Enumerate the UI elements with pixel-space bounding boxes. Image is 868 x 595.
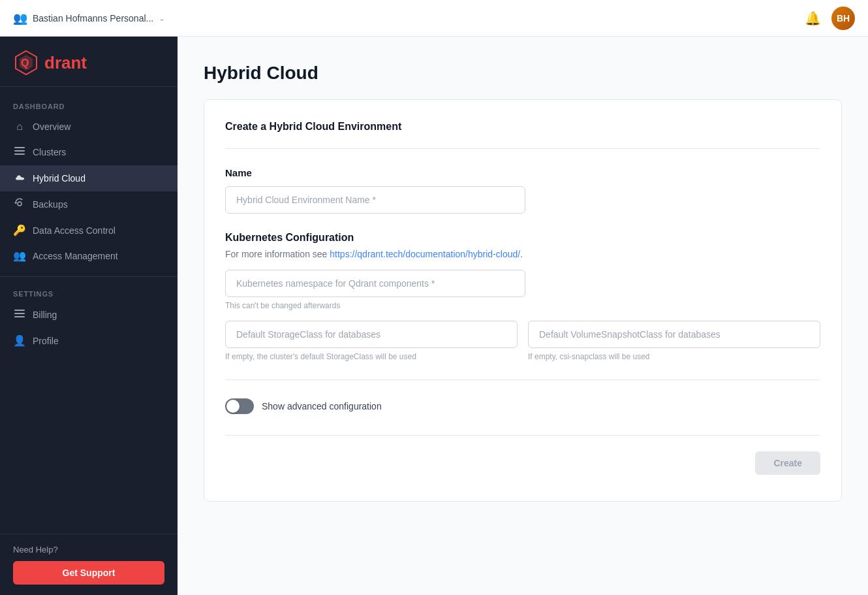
- toggle-track: [225, 398, 254, 414]
- sidebar-item-label-backups: Backups: [33, 199, 68, 210]
- volume-snapshot-group: If empty, csi-snapclass will be used: [528, 321, 820, 361]
- sidebar-item-profile[interactable]: 👤 Profile: [0, 328, 178, 353]
- org-name: Bastian Hofmanns Personal...: [33, 13, 153, 24]
- sidebar-item-hybrid-cloud[interactable]: Hybrid Cloud: [0, 165, 178, 191]
- org-icon: 👥: [13, 11, 27, 25]
- volume-snapshot-hint: If empty, csi-snapclass will be used: [528, 352, 820, 361]
- create-button[interactable]: Create: [755, 451, 820, 475]
- sidebar-item-overview[interactable]: ⌂ Overview: [0, 114, 178, 139]
- namespace-input[interactable]: [225, 270, 525, 297]
- storage-class-input[interactable]: [225, 321, 518, 348]
- users-icon: 👥: [13, 249, 26, 262]
- k8s-info-text: For more information see https://qdrant.…: [225, 249, 820, 259]
- svg-point-6: [18, 202, 22, 206]
- storage-class-group: If empty, the cluster's default StorageC…: [225, 321, 518, 361]
- storage-class-hint: If empty, the cluster's default StorageC…: [225, 352, 518, 361]
- sidebar-item-clusters[interactable]: Clusters: [0, 139, 178, 165]
- advanced-config-divider: [225, 379, 820, 380]
- sidebar-item-label-billing: Billing: [33, 310, 57, 320]
- need-help-text: Need Help?: [13, 545, 164, 555]
- billing-icon: [13, 308, 26, 321]
- sidebar-item-billing[interactable]: Billing: [0, 302, 178, 328]
- k8s-docs-link[interactable]: https://qdrant.tech/documentation/hybrid…: [330, 249, 520, 259]
- topbar-right: 🔔 BH: [805, 7, 855, 30]
- namespace-input-group: This can't be changed afterwards: [225, 270, 820, 310]
- name-form-group: Name: [225, 167, 820, 214]
- chevron-down-icon: ⌄: [159, 14, 165, 23]
- sidebar-item-access-management[interactable]: 👥 Access Management: [0, 243, 178, 268]
- advanced-config-toggle-row: Show advanced configuration: [225, 398, 820, 414]
- sidebar-nav: DASHBOARD ⌂ Overview Clusters: [0, 87, 178, 534]
- profile-icon: 👤: [13, 334, 26, 347]
- sidebar-item-label-hybrid-cloud: Hybrid Cloud: [33, 173, 85, 184]
- svg-rect-9: [14, 316, 25, 317]
- sidebar-section-label-dashboard: DASHBOARD: [0, 97, 178, 114]
- key-icon: 🔑: [13, 224, 26, 236]
- sidebar-item-label-profile: Profile: [33, 336, 59, 346]
- name-input[interactable]: [225, 186, 525, 214]
- app-body: Q drant DASHBOARD ⌂ Overview: [0, 37, 868, 595]
- sidebar-item-label-overview: Overview: [33, 121, 70, 132]
- card-section-title: Create a Hybrid Cloud Environment: [225, 121, 820, 149]
- toggle-label: Show advanced configuration: [262, 401, 382, 411]
- svg-rect-3: [14, 147, 25, 148]
- name-label: Name: [225, 167, 820, 178]
- main-content: Hybrid Cloud Create a Hybrid Cloud Envir…: [178, 37, 868, 595]
- storage-inputs-row: If empty, the cluster's default StorageC…: [225, 321, 820, 361]
- k8s-info-suffix: .: [520, 249, 523, 259]
- sidebar-section-settings: SETTINGS Billing 👤 Profile: [0, 285, 178, 353]
- cloud-icon: [13, 172, 26, 185]
- backups-icon: [13, 198, 26, 211]
- advanced-config-toggle[interactable]: [225, 398, 254, 414]
- clusters-icon: [13, 146, 26, 159]
- sidebar-bottom: Need Help? Get Support: [0, 534, 178, 595]
- sidebar-item-backups[interactable]: Backups: [0, 191, 178, 217]
- home-icon: ⌂: [13, 121, 26, 133]
- card-actions: Create: [225, 435, 820, 475]
- namespace-hint: This can't be changed afterwards: [225, 301, 820, 310]
- sidebar-section-dashboard: DASHBOARD ⌂ Overview Clusters: [0, 97, 178, 268]
- get-support-button[interactable]: Get Support: [13, 561, 164, 585]
- svg-text:Q: Q: [21, 57, 29, 69]
- bell-icon[interactable]: 🔔: [805, 10, 821, 26]
- svg-rect-5: [14, 153, 25, 155]
- brand-logo-icon: Q: [13, 50, 39, 76]
- sidebar-logo: Q drant: [0, 37, 178, 87]
- svg-rect-4: [14, 150, 25, 152]
- org-selector[interactable]: 👥 Bastian Hofmanns Personal... ⌄: [13, 11, 165, 25]
- k8s-section-title: Kubernetes Configuration: [225, 232, 820, 244]
- k8s-info-prefix: For more information see: [225, 249, 330, 259]
- page-title: Hybrid Cloud: [204, 63, 842, 84]
- sidebar-item-data-access-control[interactable]: 🔑 Data Access Control: [0, 217, 178, 243]
- toggle-thumb: [226, 400, 240, 413]
- sidebar: Q drant DASHBOARD ⌂ Overview: [0, 37, 178, 595]
- sidebar-divider: [0, 276, 178, 277]
- sidebar-item-label-clusters: Clusters: [33, 147, 66, 157]
- avatar[interactable]: BH: [831, 7, 855, 30]
- svg-rect-7: [14, 310, 25, 311]
- sidebar-section-label-settings: SETTINGS: [0, 285, 178, 302]
- sidebar-item-label-data-access-control: Data Access Control: [33, 225, 116, 236]
- brand-name: drant: [44, 53, 87, 73]
- volume-snapshot-input[interactable]: [528, 321, 820, 348]
- k8s-form-group: Kubernetes Configuration For more inform…: [225, 232, 820, 361]
- topbar: 👥 Bastian Hofmanns Personal... ⌄ 🔔 BH: [0, 0, 868, 37]
- svg-rect-8: [14, 313, 25, 314]
- create-hybrid-cloud-card: Create a Hybrid Cloud Environment Name K…: [204, 99, 842, 502]
- sidebar-item-label-access-management: Access Management: [33, 251, 118, 261]
